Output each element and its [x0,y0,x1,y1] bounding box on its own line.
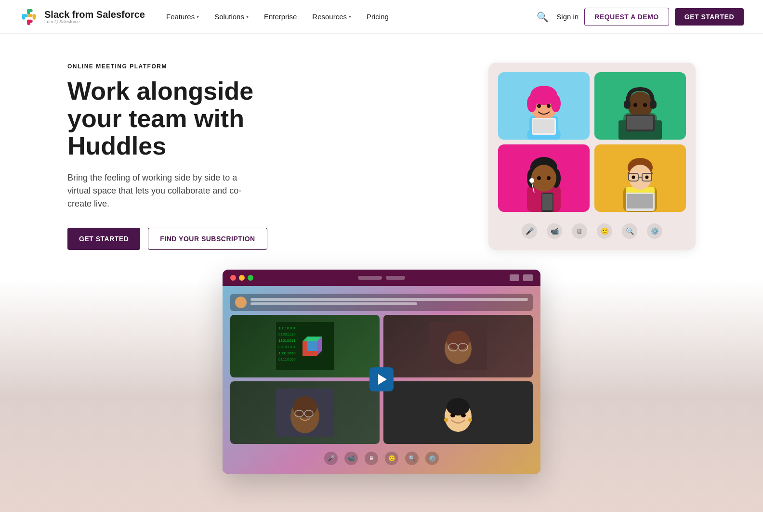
video-player: 10110101 01001110 11010011 00101101 1001… [223,270,540,474]
svg-point-35 [537,176,541,180]
chevron-down-icon: ▾ [246,14,249,19]
nav-pricing[interactable]: Pricing [361,9,395,25]
traffic-lights [230,275,253,281]
user-avatar [235,297,247,308]
video-search2-icon[interactable]: 🔍 [405,452,419,465]
svg-point-16 [547,104,551,108]
svg-text:10110101: 10110101 [278,326,296,330]
svg-rect-21 [624,100,631,109]
get-started-nav-button[interactable]: GET STARTED [675,8,744,26]
video-mic-icon[interactable]: 🎤 [324,452,338,465]
sign-in-button[interactable]: Sign in [556,13,579,21]
huddle-grid [498,72,686,212]
nav-resources[interactable]: Resources ▾ [306,9,357,25]
video-cell-screenshare: 10110101 01001110 11010011 00101101 1001… [230,315,380,377]
hero-section: ONLINE MEETING PLATFORM Work alongside y… [0,34,763,279]
minimize-window-icon[interactable] [239,275,245,281]
svg-rect-18 [533,119,554,133]
hero-buttons: GET STARTED FIND YOUR SUBSCRIPTION [67,228,308,250]
chevron-down-icon: ▾ [349,14,351,19]
svg-point-76 [468,418,472,422]
svg-point-77 [450,414,455,417]
huddle-illustration: 🎤 📹 🖥 🙂 🔍 ⚙️ [488,63,696,250]
svg-point-75 [444,418,448,422]
chevron-down-icon: ▾ [197,14,199,19]
huddle-person-4 [594,144,686,212]
close-window-icon[interactable] [230,275,236,281]
svg-point-13 [551,95,561,112]
svg-point-33 [529,178,534,183]
video-screen-icon[interactable]: 🖥 [365,452,378,465]
search-button[interactable]: 🔍 [535,9,551,25]
svg-rect-50 [627,194,653,208]
video-icon[interactable]: 📹 [547,223,562,239]
svg-rect-27 [627,116,653,130]
video-cell-person2 [230,381,380,444]
svg-text:00101101: 00101101 [278,345,296,349]
logo-text: Slack from Salesforce [44,9,145,20]
svg-text:11010011: 11010011 [278,338,296,343]
video-section: 10110101 01001110 11010011 00101101 1001… [0,279,763,512]
svg-rect-5 [27,14,32,17]
titlebar-icons [510,274,533,281]
navigation: Slack from Salesforce from ⬡ Salesforce … [0,0,763,34]
svg-text:01110100: 01110100 [278,357,296,362]
svg-text:01001110: 01001110 [278,332,296,337]
svg-point-14 [528,105,534,111]
svg-point-36 [547,176,551,180]
hero-visual: 🎤 📹 🖥 🙂 🔍 ⚙️ [455,63,696,250]
svg-rect-3 [27,9,32,12]
hero-get-started-button[interactable]: GET STARTED [67,228,140,250]
svg-point-48 [645,176,649,179]
request-demo-button[interactable]: REQUEST A DEMO [584,8,669,26]
video-cell-person1 [383,315,533,377]
svg-point-74 [447,398,470,415]
huddle-person-3 [498,144,590,212]
video-cell-person3 [383,381,533,444]
logo[interactable]: Slack from Salesforce from ⬡ Salesforce [19,6,145,27]
hero-subscription-button[interactable]: FIND YOUR SUBSCRIPTION [148,228,267,250]
svg-rect-38 [542,194,553,210]
svg-text:10011010: 10011010 [278,351,296,355]
hero-text: ONLINE MEETING PLATFORM Work alongside y… [67,63,308,250]
emoji-icon[interactable]: 🙂 [597,223,612,239]
video-cam-icon[interactable]: 📹 [344,452,358,465]
video-emoji-icon[interactable]: 🙂 [385,452,398,465]
hero-eyebrow: ONLINE MEETING PLATFORM [67,63,308,70]
hero-title: Work alongside your team with Huddles [67,78,308,160]
nav-features[interactable]: Features ▾ [160,9,205,25]
layout-icon[interactable] [523,274,533,281]
settings-icon[interactable]: ⚙️ [647,223,662,239]
svg-rect-7 [27,19,32,23]
video-play-button[interactable] [369,367,394,391]
video-grid-container: 10110101 01001110 11010011 00101101 1001… [230,315,533,444]
nav-solutions[interactable]: Solutions ▾ [209,9,254,25]
hero-subtitle: Bring the feeling of working side by sid… [67,171,260,210]
nav-right: 🔍 Sign in REQUEST A DEMO GET STARTED [535,8,744,26]
svg-rect-1 [22,14,27,17]
play-icon [378,374,387,385]
mic-icon[interactable]: 🎤 [522,223,537,239]
nav-enterprise[interactable]: Enterprise [258,9,303,25]
screen-icon[interactable]: 🖥 [572,223,587,239]
svg-rect-22 [650,100,657,109]
svg-point-15 [537,104,541,108]
svg-point-23 [633,103,637,107]
grid-view-icon[interactable] [510,274,519,281]
maximize-window-icon[interactable] [248,275,253,281]
huddle-controls: 🎤 📹 🖥 🙂 🔍 ⚙️ [498,220,686,241]
svg-rect-4 [33,14,36,19]
huddle-person-2 [594,72,686,140]
search-icon[interactable]: 🔍 [622,223,637,239]
video-content: 10110101 01001110 11010011 00101101 1001… [223,286,540,474]
video-controls-bar: 🎤 📹 🖥 🙂 🔍 ⚙️ [230,448,533,466]
video-user-bar [230,294,533,311]
video-settings-icon[interactable]: ⚙️ [425,452,439,465]
nav-links: Features ▾ Solutions ▾ Enterprise Resour… [160,9,395,25]
svg-point-20 [628,91,653,118]
svg-point-24 [643,103,647,107]
titlebar-content [358,276,405,280]
svg-point-32 [531,165,556,192]
huddle-person-1 [498,72,590,140]
svg-point-78 [461,414,466,417]
